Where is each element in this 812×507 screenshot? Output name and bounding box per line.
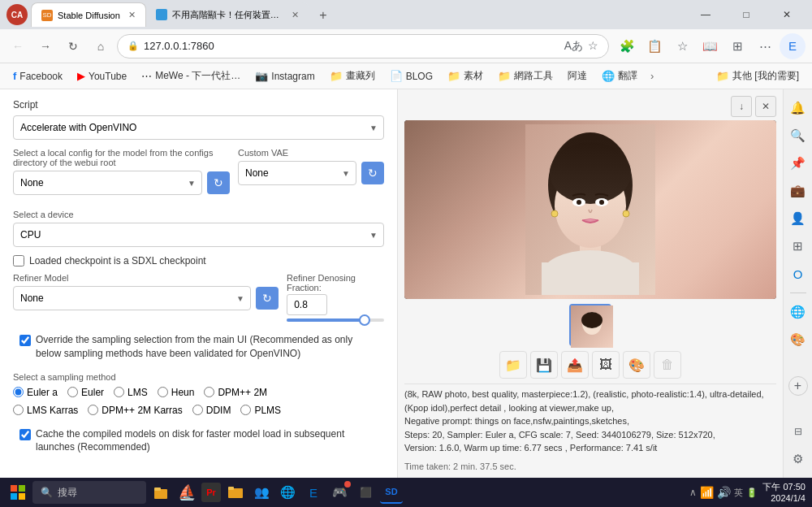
sidebar-expand-icon[interactable]: ⊟ — [786, 419, 810, 444]
chevron-up-icon[interactable]: ∧ — [689, 487, 697, 498]
forward-button[interactable]: → — [34, 35, 57, 58]
custom-vae-dropdown[interactable]: None — [238, 161, 356, 185]
radio-plms-input[interactable] — [240, 405, 251, 415]
bookmark-instagram[interactable]: 📷 Instagram — [248, 67, 321, 84]
address-bar[interactable]: 🔒 127.0.0.1:7860 Aあ ☆ — [117, 34, 609, 58]
taskbar-teams-btn[interactable]: 👥 — [250, 481, 273, 504]
sidebar-pin-icon[interactable]: 📌 — [786, 151, 810, 176]
bookmark-web-tools[interactable]: 📁 網路工具 — [491, 67, 559, 85]
refiner-value-input[interactable] — [287, 294, 327, 315]
new-tab-button[interactable]: + — [312, 4, 335, 27]
edit-btn[interactable]: 🎨 — [623, 351, 650, 379]
image-close-btn[interactable]: ✕ — [755, 96, 776, 117]
gallery-btn[interactable]: 🖼 — [592, 351, 620, 379]
bookmark-mewe[interactable]: ⋯ MeWe - 下一代社… — [135, 67, 247, 85]
save-btn[interactable]: 💾 — [530, 351, 558, 379]
thumbnail-1[interactable] — [569, 304, 611, 346]
back-button[interactable]: ← — [6, 35, 29, 58]
sidebar-add-button[interactable]: + — [788, 376, 808, 396]
refresh-button[interactable]: ↻ — [62, 35, 84, 58]
device-dropdown[interactable]: CPU — [13, 223, 384, 247]
favorites-button[interactable]: ☆ — [669, 33, 695, 59]
radio-dpm2-karras-input[interactable] — [88, 405, 98, 415]
image-download-btn[interactable]: ↓ — [731, 96, 752, 117]
taskbar-clock[interactable]: 下午 07:50 2024/1/4 — [762, 481, 806, 505]
radio-heun[interactable]: Heun — [158, 387, 195, 398]
collections-button[interactable]: 📋 — [641, 33, 667, 59]
radio-lms[interactable]: LMS — [114, 387, 148, 398]
volume-icon[interactable]: 🔊 — [717, 486, 731, 499]
edge-profile-button[interactable]: E — [780, 33, 806, 59]
radio-lms-karras[interactable]: LMS Karras — [13, 405, 78, 416]
bookmarks-more[interactable]: › — [646, 67, 659, 84]
radio-euler[interactable]: Euler — [67, 387, 104, 398]
radio-ddim[interactable]: DDIM — [192, 405, 231, 416]
close-button[interactable]: ✕ — [768, 0, 806, 29]
cache-checkbox[interactable] — [19, 429, 31, 440]
folder-btn[interactable]: 📁 — [499, 351, 527, 379]
bookmark-facebook[interactable]: f Facebook — [6, 67, 69, 84]
bookmark-youtube[interactable]: ▶ YouTube — [71, 67, 133, 84]
taskbar-adobe-btn[interactable]: Pr — [201, 483, 221, 502]
taskbar-ship-btn[interactable]: ⛵ — [175, 481, 198, 504]
refiner-dropdown[interactable]: None — [13, 286, 251, 310]
browser-profile[interactable]: CA — [6, 4, 28, 25]
sidebar-paint-icon[interactable]: 🎨 — [786, 327, 810, 352]
wifi-icon[interactable]: 📶 — [700, 486, 714, 499]
radio-ddim-input[interactable] — [192, 405, 203, 415]
radio-dpm2[interactable]: DPM++ 2M — [204, 387, 267, 398]
language-icon[interactable]: 英 — [734, 487, 743, 499]
taskbar-browser-active[interactable]: SD — [380, 481, 403, 504]
sidebar-outlook-icon[interactable]: O — [786, 262, 810, 286]
extensions-button[interactable]: 🧩 — [614, 33, 640, 59]
trash-btn[interactable]: 🗑 — [654, 351, 681, 379]
taskbar-xbox-btn[interactable]: 🎮 — [328, 481, 351, 504]
tab-article[interactable]: 不用高階顯卡！任何裝置都能使… ✕ — [146, 2, 309, 27]
radio-dpm2-input[interactable] — [204, 387, 214, 397]
apps-button[interactable]: ⊞ — [724, 33, 750, 59]
radio-plms[interactable]: PLMS — [240, 405, 281, 416]
radio-euler-a[interactable]: Euler a — [13, 387, 58, 398]
taskbar-terminal-btn[interactable]: ⬛ — [354, 481, 377, 504]
sidebar-edge-icon[interactable]: 🌐 — [786, 300, 810, 324]
sidebar-apps-icon[interactable]: ⊞ — [786, 234, 810, 258]
translate-icon[interactable]: Aあ — [564, 39, 583, 54]
bookmark-gallery[interactable]: 📁 畫藏列 — [323, 67, 382, 85]
bookmark-ada[interactable]: 阿達 — [561, 67, 594, 85]
override-checkbox[interactable] — [19, 335, 31, 346]
radio-lms-karras-input[interactable] — [13, 405, 24, 415]
bookmark-materials[interactable]: 📁 素材 — [441, 67, 490, 85]
home-button[interactable]: ⌂ — [89, 35, 112, 58]
sidebar-briefcase-icon[interactable]: 💼 — [786, 179, 810, 203]
sidebar-person-icon[interactable]: 👤 — [786, 206, 810, 231]
refiner-refresh[interactable]: ↻ — [256, 287, 279, 310]
radio-heun-input[interactable] — [158, 387, 168, 397]
start-button[interactable] — [6, 481, 29, 504]
battery-icon[interactable]: 🔋 — [746, 488, 758, 498]
script-dropdown[interactable]: Accelerate with OpenVINO — [13, 115, 384, 140]
radio-lms-input[interactable] — [114, 387, 124, 397]
tab-close-1[interactable]: ✕ — [128, 10, 136, 20]
export-btn[interactable]: 📤 — [561, 351, 589, 379]
bookmark-blog[interactable]: 📄 BLOG — [383, 67, 439, 84]
refiner-slider[interactable] — [287, 318, 384, 322]
custom-vae-refresh[interactable]: ↻ — [361, 162, 384, 184]
tab-close-2[interactable]: ✕ — [292, 10, 299, 20]
local-config-refresh[interactable]: ↻ — [207, 171, 230, 194]
radio-dpm2-karras[interactable]: DPM++ 2M Karras — [88, 405, 182, 416]
sidebar-settings-btn[interactable]: ⚙ — [786, 447, 810, 471]
sdxl-checkbox[interactable] — [13, 255, 24, 266]
more-button[interactable]: ⋯ — [752, 33, 778, 59]
taskbar-folder-btn[interactable] — [224, 481, 247, 504]
bookmark-translate[interactable]: 🌐 翻譯 — [595, 67, 644, 85]
sidebar-search-icon[interactable]: 🔍 — [786, 124, 810, 148]
maximize-button[interactable]: □ — [728, 0, 765, 29]
radio-euler-input[interactable] — [67, 387, 78, 397]
taskbar-edge-btn[interactable]: E — [302, 481, 325, 504]
taskbar-explorer-btn[interactable] — [149, 481, 172, 504]
local-config-dropdown[interactable]: None — [13, 171, 202, 195]
tab-stable-diffusion[interactable]: SD Stable Diffusion ✕ — [31, 2, 146, 27]
reading-button[interactable]: 📖 — [697, 33, 723, 59]
star-icon[interactable]: ☆ — [588, 39, 598, 54]
radio-euler-a-input[interactable] — [13, 387, 24, 397]
